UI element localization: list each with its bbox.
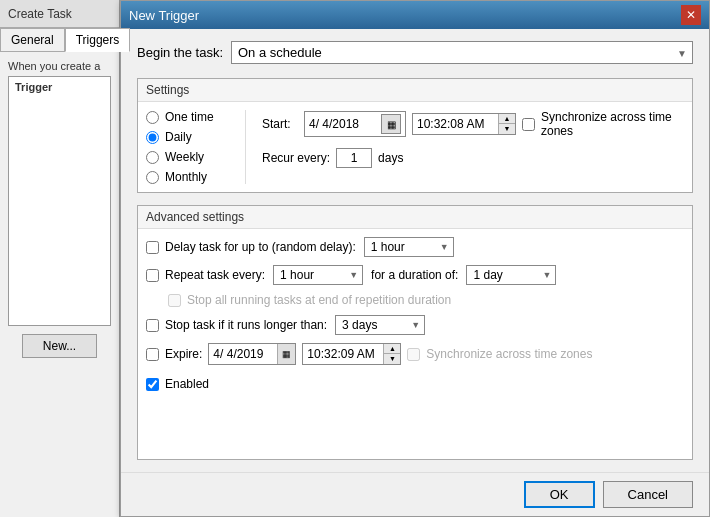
radio-weekly-input[interactable]: [146, 151, 159, 164]
ok-button[interactable]: OK: [524, 481, 595, 508]
delay-checkbox[interactable]: [146, 241, 159, 254]
repeat-select[interactable]: 1 hour 30 minutes 15 minutes: [273, 265, 363, 285]
delay-select-wrapper: 1 hour 30 minutes 2 hours: [364, 237, 454, 257]
enabled-row: Enabled: [146, 377, 684, 391]
radio-monthly: Monthly: [146, 170, 233, 184]
new-trigger-dialog: New Trigger ✕ Begin the task: On a sched…: [120, 0, 710, 517]
expire-checkbox[interactable]: [146, 348, 159, 361]
new-button[interactable]: New...: [22, 334, 97, 358]
repeat-task-row: Repeat task every: 1 hour 30 minutes 15 …: [146, 265, 684, 285]
bg-tabs: General Triggers: [0, 28, 119, 52]
expire-sync-label: Synchronize across time zones: [426, 347, 592, 361]
when-label: When you create a: [8, 60, 111, 72]
delay-select[interactable]: 1 hour 30 minutes 2 hours: [364, 237, 454, 257]
start-date-field-wrapper: ▦: [304, 111, 406, 137]
sync-checkbox-row: Synchronize across time zones: [522, 110, 684, 138]
duration-select[interactable]: 1 day Indefinitely 12 hours: [466, 265, 556, 285]
radio-one-time-input[interactable]: [146, 111, 159, 124]
advanced-content: Delay task for up to (random delay): 1 h…: [138, 229, 692, 399]
begin-task-label: Begin the task:: [137, 45, 223, 60]
advanced-section: Advanced settings Delay task for up to (…: [137, 205, 693, 460]
advanced-title: Advanced settings: [138, 206, 692, 229]
stop-task-checkbox[interactable]: [146, 319, 159, 332]
dialog-footer: OK Cancel: [121, 472, 709, 516]
trigger-list-box: Trigger: [8, 76, 111, 326]
start-time-input[interactable]: [413, 115, 498, 133]
new-button-area: New...: [8, 334, 111, 358]
expire-time-input[interactable]: [303, 345, 383, 363]
dialog-title: New Trigger: [129, 8, 199, 23]
settings-title: Settings: [138, 79, 692, 102]
stop-all-label: Stop all running tasks at end of repetit…: [187, 293, 451, 307]
dialog-title-bar: New Trigger ✕: [121, 1, 709, 29]
bg-title-bar: Create Task: [0, 0, 119, 28]
start-date-input[interactable]: [309, 117, 379, 131]
time-spin-down[interactable]: ▼: [499, 124, 515, 134]
recur-label: Recur every:: [262, 151, 330, 165]
bg-window-title: Create Task: [8, 7, 72, 21]
expire-date-input[interactable]: [209, 345, 277, 363]
expire-time-wrapper: ▲ ▼: [302, 343, 401, 365]
begin-task-select-wrapper: On a schedule At log on At startup: [231, 41, 693, 64]
trigger-list-header: Trigger: [11, 79, 108, 95]
radio-weekly: Weekly: [146, 150, 233, 164]
sync-label: Synchronize across time zones: [541, 110, 684, 138]
recur-row: Recur every: days: [262, 148, 684, 168]
radio-one-time: One time: [146, 110, 233, 124]
expire-row: Expire: ▦ ▲ ▼ Synchronize across time zo…: [146, 343, 684, 365]
stop-all-row: Stop all running tasks at end of repetit…: [146, 293, 684, 307]
start-time-wrapper: ▲ ▼: [412, 113, 516, 135]
enabled-label: Enabled: [165, 377, 209, 391]
calendar-button[interactable]: ▦: [381, 114, 401, 134]
begin-task-select[interactable]: On a schedule At log on At startup: [231, 41, 693, 64]
background-window: Create Task General Triggers When you cr…: [0, 0, 120, 517]
duration-select-wrapper: 1 day Indefinitely 12 hours: [466, 265, 556, 285]
radio-daily: Daily: [146, 130, 233, 144]
start-date-row: Start: ▦ ▲ ▼: [262, 110, 684, 138]
stop-task-select[interactable]: 3 days 1 hour 30 minutes: [335, 315, 425, 335]
radio-one-time-label: One time: [165, 110, 214, 124]
radio-monthly-input[interactable]: [146, 171, 159, 184]
time-spin-buttons: ▲ ▼: [498, 114, 515, 134]
repeat-select-wrapper: 1 hour 30 minutes 15 minutes: [273, 265, 363, 285]
expire-sync-checkbox[interactable]: [407, 348, 420, 361]
expire-calendar-button[interactable]: ▦: [277, 344, 295, 364]
radio-weekly-label: Weekly: [165, 150, 204, 164]
duration-label: for a duration of:: [371, 268, 458, 282]
bg-content: When you create a Trigger New...: [0, 52, 119, 366]
expire-date-wrapper: ▦: [208, 343, 296, 365]
cancel-button[interactable]: Cancel: [603, 481, 693, 508]
schedule-type-radio-group: One time Daily Weekly Monthly: [146, 110, 246, 184]
stop-task-row: Stop task if it runs longer than: 3 days…: [146, 315, 684, 335]
radio-daily-label: Daily: [165, 130, 192, 144]
expire-label: Expire:: [165, 347, 202, 361]
stop-task-label: Stop task if it runs longer than:: [146, 318, 327, 332]
settings-section: Settings One time Daily Weekly: [137, 78, 693, 193]
expire-spin-up[interactable]: ▲: [384, 344, 400, 354]
expire-time-spin: ▲ ▼: [383, 344, 400, 364]
stop-all-checkbox[interactable]: [168, 294, 181, 307]
tab-triggers[interactable]: Triggers: [65, 28, 131, 52]
repeat-task-label: Repeat task every:: [146, 268, 265, 282]
delay-task-label: Delay task for up to (random delay):: [146, 240, 356, 254]
repeat-checkbox[interactable]: [146, 269, 159, 282]
time-spin-up[interactable]: ▲: [499, 114, 515, 124]
radio-monthly-label: Monthly: [165, 170, 207, 184]
close-button[interactable]: ✕: [681, 5, 701, 25]
start-row: Start: ▦ ▲ ▼: [262, 110, 684, 184]
begin-task-row: Begin the task: On a schedule At log on …: [137, 41, 693, 64]
radio-daily-input[interactable]: [146, 131, 159, 144]
enabled-checkbox[interactable]: [146, 378, 159, 391]
settings-content: One time Daily Weekly Monthly: [138, 102, 692, 192]
recur-value-input[interactable]: [336, 148, 372, 168]
expire-spin-down[interactable]: ▼: [384, 354, 400, 364]
sync-checkbox[interactable]: [522, 118, 535, 131]
tab-general[interactable]: General: [0, 28, 65, 51]
dialog-body: Begin the task: On a schedule At log on …: [121, 29, 709, 472]
stop-task-select-wrapper: 3 days 1 hour 30 minutes: [335, 315, 425, 335]
start-label: Start:: [262, 117, 298, 131]
delay-task-row: Delay task for up to (random delay): 1 h…: [146, 237, 684, 257]
recur-unit: days: [378, 151, 403, 165]
